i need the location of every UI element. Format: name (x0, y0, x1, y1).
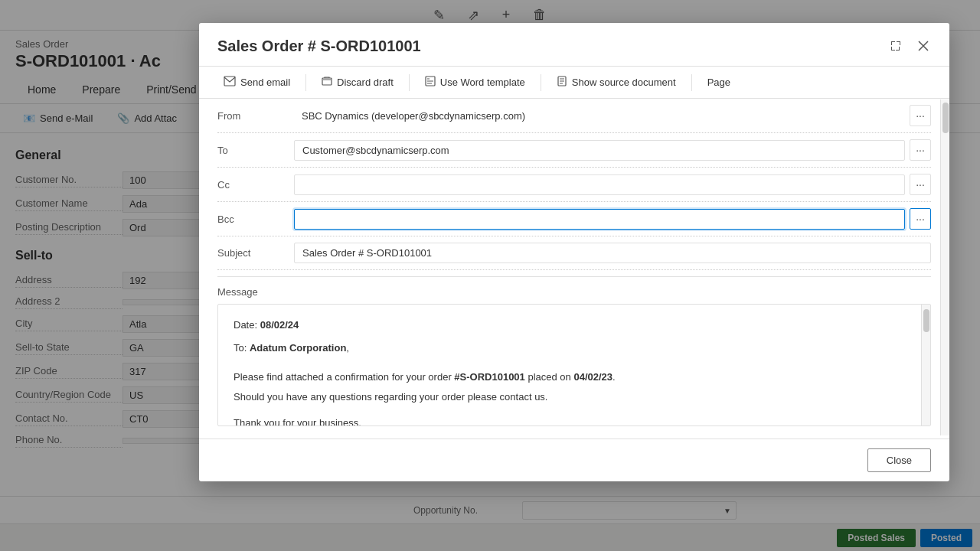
modal-header-actions (885, 35, 934, 57)
message-label: Message (217, 286, 931, 298)
word-icon-svg (425, 76, 436, 86)
toolbar-divider-2 (409, 74, 410, 91)
cc-row: Cc ··· (217, 168, 931, 202)
close-icon (917, 40, 929, 52)
modal-header: Sales Order # S-ORD101001 (199, 23, 949, 67)
modal-scrollbar[interactable] (940, 99, 949, 435)
page-btn[interactable]: Page (698, 72, 740, 93)
to-field: ··· (294, 139, 931, 161)
subject-input[interactable] (294, 243, 931, 263)
modal-scrollbar-thumb (942, 103, 949, 133)
to-input[interactable] (294, 140, 905, 161)
svg-rect-1 (322, 78, 332, 85)
cc-label: Cc (217, 179, 294, 191)
message-date-line: Date: 08/02/24 (234, 317, 912, 334)
send-email-icon (224, 76, 236, 89)
expand-btn[interactable] (885, 35, 906, 57)
cc-dots-btn[interactable]: ··· (910, 174, 931, 195)
from-dots-btn[interactable]: ··· (910, 105, 931, 126)
close-modal-btn[interactable] (913, 35, 934, 57)
subject-label: Subject (217, 247, 294, 259)
modal-footer: Close (199, 439, 949, 481)
bcc-dots-btn[interactable]: ··· (910, 208, 931, 230)
cc-input[interactable] (294, 174, 905, 195)
discard-icon-svg (322, 76, 332, 86)
message-para3: Thank you for your business. (234, 415, 912, 425)
to-row: To ··· (217, 133, 931, 168)
subject-row: Subject (217, 236, 931, 270)
modal-title: Sales Order # S-ORD101001 (217, 37, 421, 55)
source-doc-icon (557, 76, 567, 89)
word-icon (425, 76, 436, 89)
toolbar-divider-1 (305, 74, 306, 91)
from-label: From (217, 110, 294, 122)
message-para2: Should you have any questions regarding … (234, 389, 912, 406)
toolbar-divider-4 (691, 74, 692, 91)
subject-field (294, 243, 931, 263)
close-button[interactable]: Close (867, 448, 931, 472)
bcc-label: Bcc (217, 214, 294, 225)
use-word-template-btn[interactable]: Use Word template (416, 71, 534, 93)
toolbar-divider-3 (541, 74, 541, 91)
send-icon-svg (224, 76, 236, 86)
discard-draft-btn[interactable]: Discard draft (312, 71, 403, 93)
from-value: SBC Dynamics (developer@sbcdynamicserp.c… (294, 106, 905, 126)
message-para1: Please find attached a confirmation for … (234, 369, 912, 386)
modal-body: From SBC Dynamics (developer@sbcdynamics… (199, 99, 949, 439)
to-label: To (217, 145, 294, 156)
expand-icon (890, 40, 902, 52)
message-to-line: To: Adatum Corporation, (234, 340, 912, 357)
source-doc-icon-svg (557, 76, 567, 86)
form-separator (217, 276, 931, 277)
message-content: Date: 08/02/24 To: Adatum Corporation, P… (218, 305, 930, 425)
message-area[interactable]: Date: 08/02/24 To: Adatum Corporation, P… (217, 304, 931, 426)
bcc-input[interactable] (294, 209, 905, 230)
to-dots-btn[interactable]: ··· (910, 139, 931, 161)
cc-field: ··· (294, 174, 931, 195)
bcc-field: ··· (294, 208, 931, 230)
from-row: From SBC Dynamics (developer@sbcdynamics… (217, 99, 931, 133)
send-email-btn[interactable]: Send email (214, 71, 299, 93)
discard-icon (322, 76, 332, 89)
modal-toolbar: Send email Discard draft Use Word templa… (199, 67, 949, 99)
email-modal: Sales Order # S-ORD101001 Sen (199, 23, 949, 481)
show-source-doc-btn[interactable]: Show source document (547, 71, 685, 93)
svg-rect-0 (224, 77, 235, 86)
bcc-row: Bcc ··· (217, 202, 931, 236)
message-scrollbar-thumb (923, 309, 929, 332)
message-scrollbar[interactable] (921, 305, 930, 425)
